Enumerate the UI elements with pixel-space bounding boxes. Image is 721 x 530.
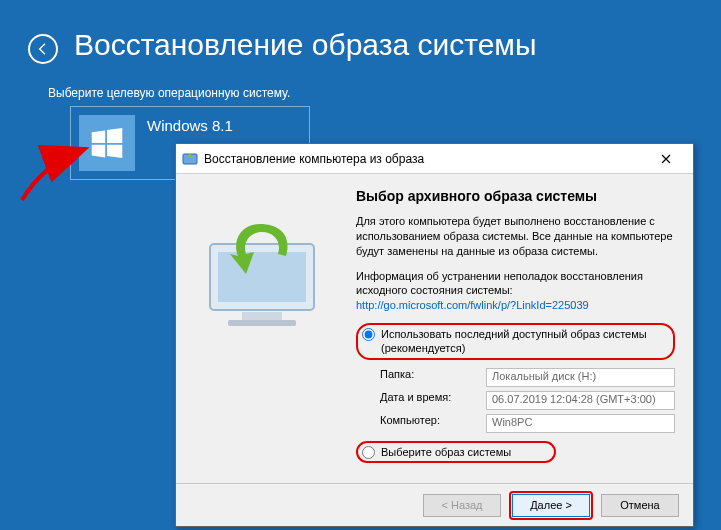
- svg-rect-4: [228, 320, 296, 326]
- svg-rect-3: [242, 312, 282, 320]
- restore-dialog: Восстановление компьютера из образа Выбо…: [175, 143, 694, 527]
- datetime-label: Дата и время:: [380, 391, 476, 410]
- radio-select-image[interactable]: Выберите образ системы: [356, 441, 556, 463]
- dialog-footer: < Назад Далее > Отмена: [176, 483, 693, 526]
- radio-use-latest-label: Использовать последний доступный образ с…: [381, 327, 667, 356]
- computer-label: Компьютер:: [380, 414, 476, 433]
- arrow-left-icon: [35, 41, 51, 57]
- close-icon: [661, 154, 671, 164]
- computer-restore-icon: [190, 216, 340, 336]
- datetime-value: 06.07.2019 12:04:28 (GMT+3:00): [486, 391, 675, 410]
- dialog-paragraph-1: Для этого компьютера будет выполнено вос…: [356, 214, 675, 259]
- svg-rect-2: [218, 252, 306, 302]
- computer-value: Win8PC: [486, 414, 675, 433]
- page-subtitle: Выберите целевую операционную систему.: [48, 86, 290, 100]
- dialog-title: Восстановление компьютера из образа: [204, 152, 645, 166]
- close-button[interactable]: [645, 145, 687, 173]
- folder-value: Локальный диск (H:): [486, 368, 675, 387]
- radio-select-image-input[interactable]: [362, 446, 375, 459]
- dialog-paragraph-2: Информация об устранении неполадок восст…: [356, 269, 675, 314]
- folder-label: Папка:: [380, 368, 476, 387]
- windows-logo-icon: [79, 115, 135, 171]
- radio-select-image-label: Выберите образ системы: [381, 445, 548, 459]
- radio-use-latest-input[interactable]: [362, 328, 375, 341]
- app-icon: [182, 151, 198, 167]
- dialog-titlebar: Восстановление компьютера из образа: [176, 144, 693, 174]
- next-button[interactable]: Далее >: [512, 494, 590, 517]
- cancel-button[interactable]: Отмена: [601, 494, 679, 517]
- page-title: Восстановление образа системы: [74, 28, 537, 62]
- back-wizard-button: < Назад: [423, 494, 501, 517]
- radio-use-latest[interactable]: Использовать последний доступный образ с…: [356, 323, 675, 360]
- os-name: Windows 8.1: [147, 117, 233, 134]
- back-button[interactable]: [28, 34, 58, 64]
- troubleshoot-link[interactable]: http://go.microsoft.com/fwlink/p/?LinkId…: [356, 299, 589, 311]
- dialog-heading: Выбор архивного образа системы: [356, 188, 675, 204]
- troubleshoot-text: Информация об устранении неполадок восст…: [356, 270, 643, 297]
